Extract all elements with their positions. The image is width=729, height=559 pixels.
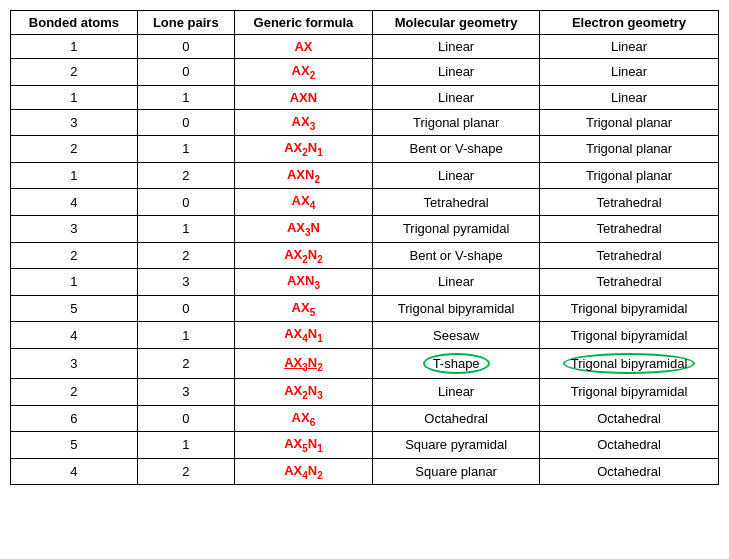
cell-lone: 2 — [137, 162, 234, 189]
cell-formula: AX2N3 — [234, 378, 372, 405]
table-row: 12AXN2LinearTrigonal planar — [11, 162, 719, 189]
table-row: 10AXLinearLinear — [11, 35, 719, 59]
cell-elec-geo: Octahedral — [540, 432, 719, 459]
cell-mol-geo: Seesaw — [373, 322, 540, 349]
cell-formula: AX3N — [234, 215, 372, 242]
cell-mol-geo: Tetrahedral — [373, 189, 540, 216]
table-row: 60AX6OctahedralOctahedral — [11, 405, 719, 432]
table-row: 20AX2LinearLinear — [11, 59, 719, 86]
table-row: 42AX4N2Square planarOctahedral — [11, 458, 719, 485]
cell-elec-geo: Tetrahedral — [540, 215, 719, 242]
cell-formula: AX6 — [234, 405, 372, 432]
cell-lone: 0 — [137, 35, 234, 59]
cell-lone: 3 — [137, 269, 234, 296]
cell-bonded: 5 — [11, 432, 138, 459]
cell-formula: AX2 — [234, 59, 372, 86]
cell-bonded: 3 — [11, 348, 138, 378]
table-row: 40AX4TetrahedralTetrahedral — [11, 189, 719, 216]
header-bonded: Bonded atoms — [11, 11, 138, 35]
cell-bonded: 1 — [11, 269, 138, 296]
cell-bonded: 1 — [11, 162, 138, 189]
cell-formula: AX4N1 — [234, 322, 372, 349]
cell-formula: AX5 — [234, 295, 372, 322]
cell-mol-geo: Bent or V-shape — [373, 242, 540, 269]
cell-mol-geo: Bent or V-shape — [373, 136, 540, 163]
header-mol-geo: Molecular geometry — [373, 11, 540, 35]
cell-mol-geo: T-shape — [373, 348, 540, 378]
cell-bonded: 4 — [11, 189, 138, 216]
cell-lone: 1 — [137, 215, 234, 242]
cell-elec-geo: Linear — [540, 85, 719, 109]
cell-bonded: 4 — [11, 458, 138, 485]
cell-formula: AXN2 — [234, 162, 372, 189]
cell-mol-geo: Linear — [373, 59, 540, 86]
cell-formula: AXN — [234, 85, 372, 109]
cell-formula: AX4 — [234, 189, 372, 216]
table-row: 21AX2N1Bent or V-shapeTrigonal planar — [11, 136, 719, 163]
cell-lone: 0 — [137, 405, 234, 432]
cell-bonded: 1 — [11, 35, 138, 59]
table-row: 32AX3N2T-shapeTrigonal bipyramidal — [11, 348, 719, 378]
cell-formula: AX2N2 — [234, 242, 372, 269]
cell-elec-geo: Trigonal bipyramidal — [540, 378, 719, 405]
cell-lone: 0 — [137, 109, 234, 136]
cell-bonded: 2 — [11, 59, 138, 86]
cell-mol-geo: Linear — [373, 85, 540, 109]
cell-bonded: 4 — [11, 322, 138, 349]
table-row: 41AX4N1SeesawTrigonal bipyramidal — [11, 322, 719, 349]
cell-lone: 1 — [137, 85, 234, 109]
cell-lone: 0 — [137, 189, 234, 216]
cell-bonded: 6 — [11, 405, 138, 432]
cell-elec-geo: Trigonal planar — [540, 136, 719, 163]
cell-elec-geo: Trigonal bipyramidal — [540, 295, 719, 322]
cell-mol-geo: Linear — [373, 378, 540, 405]
table-row: 11AXNLinearLinear — [11, 85, 719, 109]
cell-formula: AXN3 — [234, 269, 372, 296]
cell-mol-geo: Trigonal planar — [373, 109, 540, 136]
header-lone: Lone pairs — [137, 11, 234, 35]
cell-bonded: 3 — [11, 215, 138, 242]
cell-elec-geo: Tetrahedral — [540, 189, 719, 216]
cell-lone: 1 — [137, 136, 234, 163]
cell-bonded: 2 — [11, 242, 138, 269]
cell-mol-geo: Trigonal bipyramidal — [373, 295, 540, 322]
cell-bonded: 2 — [11, 136, 138, 163]
cell-mol-geo: Square pyramidal — [373, 432, 540, 459]
cell-formula: AX4N2 — [234, 458, 372, 485]
cell-elec-geo: Tetrahedral — [540, 269, 719, 296]
cell-formula: AX3N2 — [234, 348, 372, 378]
cell-mol-geo: Octahedral — [373, 405, 540, 432]
table-row: 30AX3Trigonal planarTrigonal planar — [11, 109, 719, 136]
cell-elec-geo: Trigonal planar — [540, 109, 719, 136]
cell-lone: 1 — [137, 432, 234, 459]
vsepr-table: Bonded atoms Lone pairs Generic formula … — [10, 10, 719, 485]
cell-elec-geo: Trigonal planar — [540, 162, 719, 189]
cell-mol-geo: Square planar — [373, 458, 540, 485]
cell-lone: 2 — [137, 348, 234, 378]
table-row: 50AX5Trigonal bipyramidalTrigonal bipyra… — [11, 295, 719, 322]
cell-formula: AX — [234, 35, 372, 59]
cell-elec-geo: Trigonal bipyramidal — [540, 322, 719, 349]
table-row: 31AX3NTrigonal pyramidalTetrahedral — [11, 215, 719, 242]
cell-bonded: 2 — [11, 378, 138, 405]
table-row: 13AXN3LinearTetrahedral — [11, 269, 719, 296]
cell-lone: 0 — [137, 59, 234, 86]
cell-elec-geo: Linear — [540, 35, 719, 59]
cell-lone: 3 — [137, 378, 234, 405]
table-row: 51AX5N1Square pyramidalOctahedral — [11, 432, 719, 459]
cell-formula: AX5N1 — [234, 432, 372, 459]
cell-elec-geo: Octahedral — [540, 405, 719, 432]
cell-lone: 2 — [137, 242, 234, 269]
cell-lone: 2 — [137, 458, 234, 485]
cell-mol-geo: Trigonal pyramidal — [373, 215, 540, 242]
cell-mol-geo: Linear — [373, 35, 540, 59]
cell-formula: AX2N1 — [234, 136, 372, 163]
cell-bonded: 5 — [11, 295, 138, 322]
cell-lone: 1 — [137, 322, 234, 349]
cell-elec-geo: Trigonal bipyramidal — [540, 348, 719, 378]
cell-mol-geo: Linear — [373, 162, 540, 189]
header-elec-geo: Electron geometry — [540, 11, 719, 35]
cell-mol-geo: Linear — [373, 269, 540, 296]
cell-bonded: 3 — [11, 109, 138, 136]
cell-elec-geo: Tetrahedral — [540, 242, 719, 269]
